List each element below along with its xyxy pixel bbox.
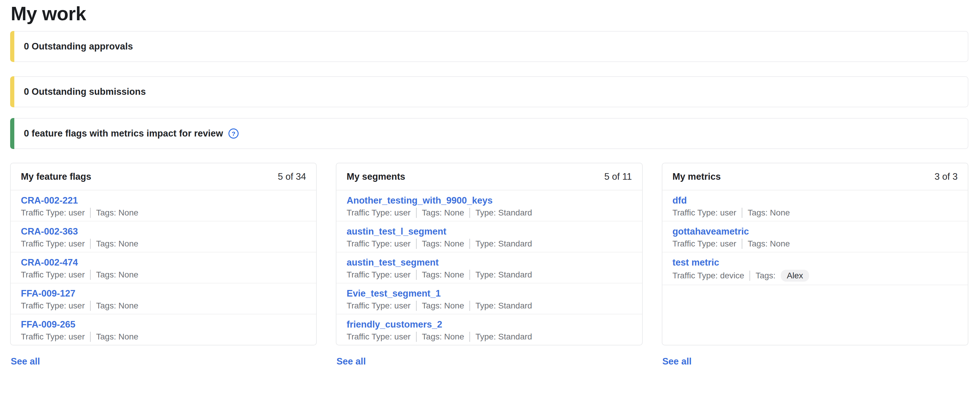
traffic-type-label: Traffic Type: user xyxy=(21,270,85,280)
traffic-type-label: Traffic Type: user xyxy=(347,332,410,342)
item-meta: Traffic Type: user Tags: None xyxy=(21,239,306,249)
banner-accent-bar xyxy=(10,76,14,107)
feature-flag-link[interactable]: FFA-009-265 xyxy=(21,319,75,330)
card-header: My metrics 3 of 3 xyxy=(662,163,968,191)
meta-divider xyxy=(416,208,417,218)
list-item: FFA-009-265 Traffic Type: user Tags: Non… xyxy=(11,315,316,345)
see-all-link[interactable]: See all xyxy=(336,356,366,367)
tags-label: Tags: xyxy=(756,271,775,280)
meta-divider xyxy=(469,270,470,280)
list-item: CRA-002-221 Traffic Type: user Tags: Non… xyxy=(11,191,316,221)
type-label: Type: Standard xyxy=(476,332,532,342)
card-count: 5 of 11 xyxy=(604,172,632,182)
card-title: My segments xyxy=(347,172,405,182)
list-item: austin_test_l_segment Traffic Type: user… xyxy=(336,221,642,253)
item-meta: Traffic Type: user Tags: None xyxy=(673,239,958,249)
segment-link[interactable]: austin_test_l_segment xyxy=(347,226,446,237)
segment-link[interactable]: Another_testing_with_9900_keys xyxy=(347,195,492,206)
item-meta: Traffic Type: user Tags: None xyxy=(21,270,306,280)
banner-outstanding-submissions: 0 Outstanding submissions xyxy=(10,76,968,107)
see-all-link[interactable]: See all xyxy=(662,356,692,367)
traffic-type-label: Traffic Type: user xyxy=(21,332,85,342)
meta-divider xyxy=(416,301,417,311)
card-header: My segments 5 of 11 xyxy=(336,163,642,191)
metric-link[interactable]: test metric xyxy=(673,257,719,268)
banner-flags-metrics-impact: 0 feature flags with metrics impact for … xyxy=(10,118,968,149)
card-title: My metrics xyxy=(673,172,721,182)
meta-divider xyxy=(90,208,91,218)
tags-label: Tags: None xyxy=(422,301,465,311)
tags-label: Tags: None xyxy=(96,239,138,249)
tag-badge[interactable]: Alex xyxy=(781,270,809,282)
list-item: Another_testing_with_9900_keys Traffic T… xyxy=(336,191,642,221)
tags-label: Tags: None xyxy=(422,332,465,342)
tags-label: Tags: None xyxy=(96,301,138,311)
traffic-type-label: Traffic Type: user xyxy=(347,301,410,311)
list-item: gottahaveametric Traffic Type: user Tags… xyxy=(662,221,968,253)
traffic-type-label: Traffic Type: user xyxy=(21,239,85,249)
tags-label: Tags: None xyxy=(422,270,465,280)
feature-flag-link[interactable]: CRA-002-363 xyxy=(21,226,78,237)
feature-flags-column: My feature flags 5 of 34 CRA-002-221 Tra… xyxy=(10,163,317,367)
card-title: My feature flags xyxy=(21,172,91,182)
segment-link[interactable]: Evie_test_segment_1 xyxy=(347,288,441,299)
item-meta: Traffic Type: user Tags: None Type: Stan… xyxy=(347,208,632,218)
segments-card: My segments 5 of 11 Another_testing_with… xyxy=(336,163,643,345)
segment-link[interactable]: austin_test_segment xyxy=(347,257,438,268)
segment-link[interactable]: friendly_customers_2 xyxy=(347,319,442,330)
item-meta: Traffic Type: user Tags: None Type: Stan… xyxy=(347,270,632,280)
see-all-link[interactable]: See all xyxy=(11,356,40,367)
card-count: 5 of 34 xyxy=(278,172,306,182)
banner-text: 0 Outstanding submissions xyxy=(24,86,146,97)
metrics-column: My metrics 3 of 3 dfd Traffic Type: user… xyxy=(662,163,968,367)
metric-link[interactable]: gottahaveametric xyxy=(673,226,749,237)
banner-text: 0 feature flags with metrics impact for … xyxy=(24,128,223,139)
meta-divider xyxy=(469,239,470,249)
card-count: 3 of 3 xyxy=(934,172,958,182)
type-label: Type: Standard xyxy=(476,301,532,311)
feature-flag-link[interactable]: CRA-002-221 xyxy=(21,195,78,206)
banner-text: 0 Outstanding approvals xyxy=(24,41,133,52)
traffic-type-label: Traffic Type: device xyxy=(673,271,745,280)
metric-link[interactable]: dfd xyxy=(673,195,687,206)
meta-divider xyxy=(742,239,742,249)
meta-divider xyxy=(749,271,750,281)
traffic-type-label: Traffic Type: user xyxy=(21,208,85,218)
list-item: FFA-009-127 Traffic Type: user Tags: Non… xyxy=(11,283,316,315)
list-item: friendly_customers_2 Traffic Type: user … xyxy=(336,315,642,345)
tags-label: Tags: None xyxy=(96,332,138,342)
list-item: test metric Traffic Type: device Tags: A… xyxy=(662,253,968,285)
item-meta: Traffic Type: user Tags: None Type: Stan… xyxy=(347,239,632,249)
feature-flag-link[interactable]: CRA-002-474 xyxy=(21,257,78,268)
meta-divider xyxy=(416,270,417,280)
banner-outstanding-approvals: 0 Outstanding approvals xyxy=(10,31,968,62)
item-meta: Traffic Type: user Tags: None Type: Stan… xyxy=(347,332,632,342)
meta-divider xyxy=(416,239,417,249)
cards-grid: My feature flags 5 of 34 CRA-002-221 Tra… xyxy=(10,163,968,367)
traffic-type-label: Traffic Type: user xyxy=(347,239,410,249)
feature-flags-card: My feature flags 5 of 34 CRA-002-221 Tra… xyxy=(10,163,317,345)
question-circle-icon[interactable] xyxy=(228,129,239,138)
type-label: Type: Standard xyxy=(476,208,532,218)
feature-flag-link[interactable]: FFA-009-127 xyxy=(21,288,75,299)
meta-divider xyxy=(90,239,91,249)
meta-divider xyxy=(90,332,91,342)
list-item: CRA-002-363 Traffic Type: user Tags: Non… xyxy=(11,221,316,253)
item-meta: Traffic Type: device Tags: Alex xyxy=(673,270,958,282)
tags-label: Tags: None xyxy=(422,239,465,249)
meta-divider xyxy=(90,270,91,280)
tags-label: Tags: None xyxy=(748,208,790,218)
tags-label: Tags: None xyxy=(96,270,138,280)
meta-divider xyxy=(469,301,470,311)
tags-label: Tags: None xyxy=(422,208,465,218)
item-meta: Traffic Type: user Tags: None xyxy=(673,208,958,218)
type-label: Type: Standard xyxy=(476,270,532,280)
traffic-type-label: Traffic Type: user xyxy=(347,270,410,280)
traffic-type-label: Traffic Type: user xyxy=(347,208,410,218)
my-work-page: My work 0 Outstanding approvals 0 Outsta… xyxy=(0,0,980,394)
list-item: CRA-002-474 Traffic Type: user Tags: Non… xyxy=(11,253,316,283)
metrics-card: My metrics 3 of 3 dfd Traffic Type: user… xyxy=(662,163,968,345)
card-header: My feature flags 5 of 34 xyxy=(11,163,316,191)
traffic-type-label: Traffic Type: user xyxy=(673,208,737,218)
item-meta: Traffic Type: user Tags: None Type: Stan… xyxy=(347,301,632,311)
